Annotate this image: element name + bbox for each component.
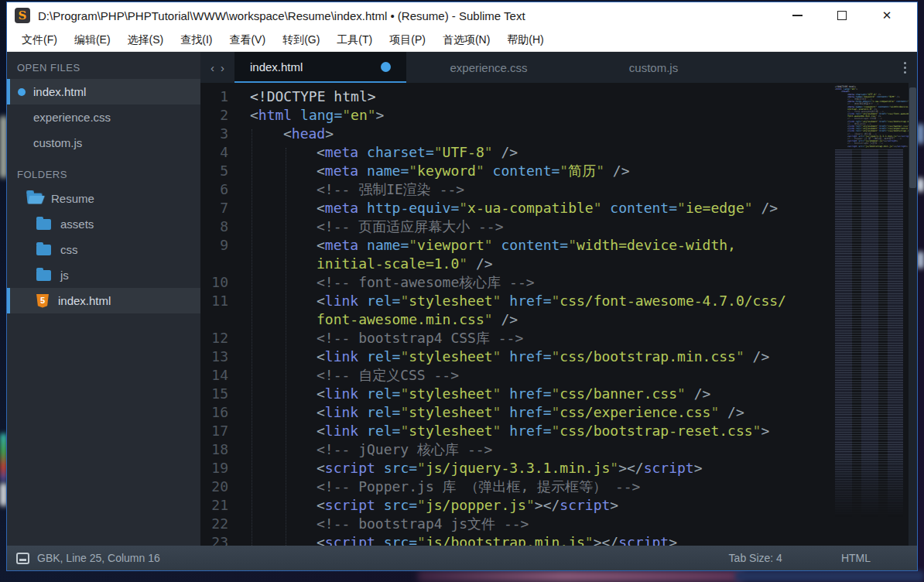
line-number: 15: [200, 385, 241, 403]
open-files-header: OPEN FILES: [7, 56, 200, 79]
code-line: 9<meta name="viewport" content="width=de…: [200, 236, 830, 255]
wallpaper-fragment: [418, 570, 743, 582]
code-text-area[interactable]: 1<!DOCTYPE html>2<html lang="en">3<head>…: [200, 83, 830, 546]
menu-item[interactable]: 查找(I): [172, 30, 221, 50]
sidebar: OPEN FILES index.htmlexperience.csscusto…: [7, 52, 200, 546]
line-number: 13: [200, 347, 241, 366]
tabs-container: index.htmlexperience.csscustom.js: [234, 52, 736, 83]
status-syntax[interactable]: HTML: [841, 552, 871, 564]
menu-item[interactable]: 选择(S): [119, 30, 173, 50]
code-line: 17<link rel="stylesheet" href="css/boots…: [200, 422, 830, 440]
menu-item[interactable]: 首选项(N): [434, 30, 498, 50]
code-line: 1<!DOCTYPE html>: [200, 87, 830, 106]
line-number: 5: [200, 162, 241, 180]
minimap[interactable]: <!DOCTYPE html><html lang="en"><head><me…: [830, 83, 909, 546]
line-number: 10: [200, 273, 241, 292]
code-line: font-awesome.min.css" />: [200, 310, 830, 329]
code-line: <script src="js/bootstrap.min.js"></scri…: [835, 146, 909, 148]
code-line: 13<link rel="stylesheet" href="css/boots…: [200, 347, 830, 366]
folder-icon: [36, 245, 51, 255]
tab-experience.css[interactable]: experience.css: [406, 52, 571, 83]
code-line: 8<!-- 页面适应屏幕大小 -->: [200, 217, 830, 236]
open-file-experience.css[interactable]: experience.css: [7, 104, 200, 130]
folder-open-icon: [26, 193, 42, 204]
tab-custom.js[interactable]: custom.js: [571, 52, 736, 83]
minimize-icon: [792, 15, 803, 16]
status-tab-size[interactable]: Tab Size: 4: [729, 552, 782, 564]
line-number: 21: [200, 496, 241, 515]
title-bar[interactable]: S D:\Program\PHP\PHPTutorial\WWW\workspa…: [7, 2, 917, 29]
code-line: 10<!-- font-awesome核心库 -->: [200, 273, 830, 292]
window-title: D:\Program\PHP\PHPTutorial\WWW\workspace…: [38, 9, 525, 22]
menu-item[interactable]: 帮助(H): [498, 30, 552, 50]
code-line: 7<meta http-equiv="x-ua-compatible" cont…: [200, 199, 830, 217]
vertical-scrollbar[interactable]: [909, 83, 917, 546]
modified-dot-icon: [18, 88, 26, 96]
code-line: 12<!-- bootstrap4 CSS库 -->: [200, 329, 830, 347]
code-line: 2<html lang="en">: [200, 106, 830, 125]
tree-item-label: assets: [60, 217, 94, 231]
minimize-button[interactable]: [775, 4, 820, 27]
line-number: 2: [200, 106, 241, 125]
input-mode-icon[interactable]: [16, 553, 29, 564]
sublime-logo-icon: S: [15, 8, 30, 23]
editor-column: ‹ › index.htmlexperience.csscustom.js 1<…: [200, 52, 917, 546]
status-bar: GBK, Line 25, Column 16 Tab Size: 4 HTML: [7, 546, 917, 570]
open-file-custom.js[interactable]: custom.js: [7, 130, 200, 156]
tab-scroll-right-icon[interactable]: ›: [221, 61, 224, 74]
line-number: 3: [200, 125, 241, 143]
code-line: 14<!-- 自定义CSS -->: [200, 366, 830, 385]
desktop-wallpaper: S D:\Program\PHP\PHPTutorial\WWW\workspa…: [0, 0, 924, 582]
tab-nav-arrows: ‹ ›: [200, 52, 234, 83]
tab-scroll-left-icon[interactable]: ‹: [210, 61, 214, 74]
menu-item[interactable]: 查看(V): [221, 30, 274, 50]
close-button[interactable]: [864, 4, 909, 27]
file-name: experience.css: [33, 111, 111, 124]
line-number: 17: [200, 422, 241, 440]
code-editor[interactable]: 1<!DOCTYPE html>2<html lang="en">3<head>…: [200, 83, 917, 546]
folder-icon: [36, 219, 51, 230]
main-area: OPEN FILES index.htmlexperience.csscusto…: [7, 52, 917, 546]
line-number: 6: [200, 180, 241, 199]
menu-item[interactable]: 项目(P): [381, 30, 434, 50]
code-line: 6<!-- 强制IE渲染 -->: [200, 180, 830, 199]
maximize-icon: [837, 11, 847, 20]
code-line: 11<link rel="stylesheet" href="css/font-…: [200, 292, 830, 310]
line-number: 12: [200, 329, 241, 347]
file-name: index.html: [33, 85, 86, 98]
line-number: 16: [200, 403, 241, 422]
tab-index.html[interactable]: index.html: [234, 52, 406, 83]
tree-item-css[interactable]: css: [7, 237, 200, 262]
tab-overflow-menu-icon[interactable]: [893, 52, 917, 83]
line-number: 7: [200, 199, 241, 217]
menu-item[interactable]: 工具(T): [328, 30, 381, 50]
line-number: 1: [200, 87, 241, 106]
code-line: 16<link rel="stylesheet" href="css/exper…: [200, 403, 830, 422]
tree-item-Resume[interactable]: Resume: [7, 186, 200, 211]
line-number: 11: [200, 292, 241, 310]
unsaved-dot-icon: [381, 62, 391, 72]
open-file-index.html[interactable]: index.html: [7, 79, 200, 104]
tree-item-assets[interactable]: assets: [7, 211, 200, 237]
close-icon: [882, 9, 892, 22]
maximize-button[interactable]: [820, 4, 864, 27]
line-number: 18: [200, 440, 241, 459]
scrollbar-thumb[interactable]: [909, 87, 916, 188]
menu-bar: 文件(F)编辑(E)选择(S)查找(I)查看(V)转到(G)工具(T)项目(P)…: [7, 29, 917, 52]
tree-item-label: Resume: [51, 192, 94, 205]
line-number: 8: [200, 217, 241, 236]
code-line: 21<script src="js/popper.js"></script>: [200, 496, 830, 515]
code-line: 15<link rel="stylesheet" href="css/banne…: [200, 385, 830, 403]
menu-item[interactable]: 编辑(E): [66, 30, 119, 50]
tree-item-index.html[interactable]: 5index.html: [7, 288, 200, 313]
menu-item[interactable]: 文件(F): [13, 30, 66, 50]
menu-item[interactable]: 转到(G): [274, 30, 328, 50]
minimap-overflow: [835, 149, 903, 521]
line-number: 9: [200, 236, 241, 255]
wallpaper-fragment: [917, 124, 924, 144]
wallpaper-fragment: [735, 570, 924, 582]
code-line: 3<head>: [200, 125, 830, 143]
tree-item-label: css: [60, 243, 78, 256]
wallpaper-fragment: [917, 178, 924, 192]
tree-item-js[interactable]: js: [7, 262, 200, 288]
